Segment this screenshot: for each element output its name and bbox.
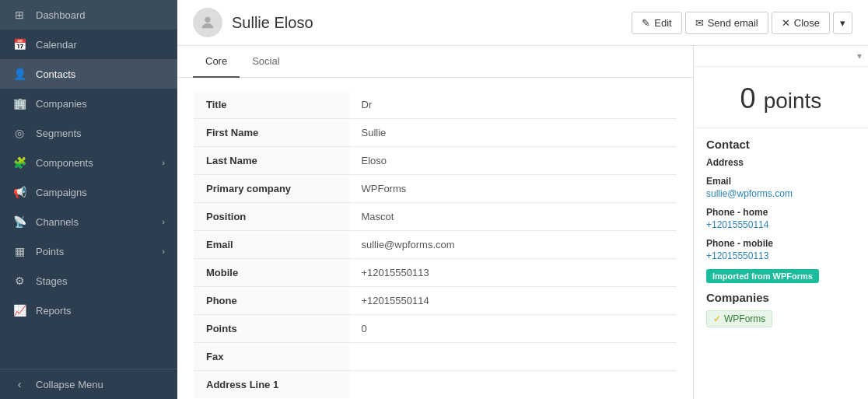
check-icon: ✓: [713, 313, 721, 324]
table-row: TitleDr: [194, 91, 677, 119]
components-icon: 🧩: [12, 156, 26, 169]
right-panel-header: ▾: [694, 46, 868, 67]
send-email-button[interactable]: ✉ Send email: [685, 12, 768, 34]
sidebar-item-points[interactable]: ▦ Points ›: [0, 236, 177, 266]
sidebar-item-label: Segments: [36, 128, 82, 139]
chevron-down-icon: ▾: [857, 51, 862, 61]
field-value: Dr: [349, 91, 677, 119]
table-row: First NameSullie: [194, 119, 677, 147]
sidebar-item-stages[interactable]: ⚙ Stages: [0, 266, 177, 296]
phone-home-field: Phone - home +12015550114: [706, 207, 856, 230]
sidebar-item-label: Contacts: [36, 68, 75, 80]
table-row: PositionMascot: [194, 203, 677, 231]
contacts-icon: 👤: [12, 68, 26, 80]
chevron-right-icon: ›: [162, 247, 165, 256]
field-label: Position: [194, 203, 349, 231]
contact-info-section: Contact Address Email sullie@wpforms.com…: [694, 128, 868, 337]
sidebar-item-label: Channels: [36, 216, 79, 228]
field-label: Email: [194, 231, 349, 259]
sidebar-item-channels[interactable]: 📡 Channels ›: [0, 207, 177, 236]
field-value: sullie@wpforms.com: [349, 231, 677, 259]
field-value: Eloso: [349, 147, 677, 175]
chevron-right-icon: ›: [162, 217, 165, 226]
sidebar-item-segments[interactable]: ◎ Segments: [0, 118, 177, 148]
content-body: Core Social TitleDrFirst NameSullieLast …: [177, 46, 868, 399]
points-section: 0 points: [694, 67, 868, 128]
table-row: Fax: [194, 343, 677, 371]
more-dropdown-button[interactable]: ▾: [833, 12, 852, 34]
table-row: Phone+12015550114: [194, 287, 677, 315]
table-row: Address Line 1: [194, 371, 677, 399]
table-row: Mobile+12015550113: [194, 259, 677, 287]
sidebar-item-label: Companies: [36, 98, 87, 110]
sidebar-item-label: Points: [36, 246, 64, 257]
tabs: Core Social: [177, 46, 693, 78]
chevron-down-icon: ▾: [840, 17, 845, 29]
field-label: Fax: [194, 343, 349, 371]
sidebar-item-label: Calendar: [36, 39, 77, 51]
contact-section-title: Contact: [706, 138, 856, 151]
phone-mobile-field: Phone - mobile +12015550113: [706, 238, 856, 261]
header-actions: ✎ Edit ✉ Send email ✕ Close ▾: [632, 12, 852, 34]
svg-point-0: [205, 17, 210, 23]
field-value: +12015550114: [349, 287, 677, 315]
sidebar-item-reports[interactable]: 📈 Reports: [0, 296, 177, 325]
dashboard-icon: ⊞: [12, 9, 26, 21]
field-label: Points: [194, 315, 349, 343]
sidebar-item-components[interactable]: 🧩 Components ›: [0, 148, 177, 177]
field-value: WPForms: [349, 175, 677, 203]
sidebar-item-label: Reports: [36, 305, 72, 317]
imported-tag-badge: Imported from WPForms: [706, 269, 819, 283]
reports-icon: 📈: [12, 304, 26, 317]
table-row: Primary companyWPForms: [194, 175, 677, 203]
calendar-icon: 📅: [12, 38, 26, 51]
sidebar-item-label: Dashboard: [36, 9, 86, 21]
right-panel: ▾ 0 points Contact Address Email sullie@…: [693, 46, 868, 399]
sidebar: ⊞ Dashboard 📅 Calendar 👤 Contacts 🏢 Comp…: [0, 0, 177, 399]
page-title: Sullie Eloso: [232, 14, 313, 32]
campaigns-icon: 📢: [12, 186, 26, 198]
field-label: Address Line 1: [194, 371, 349, 399]
close-icon: ✕: [782, 17, 790, 29]
field-value: [349, 343, 677, 371]
close-button[interactable]: ✕ Close: [772, 12, 830, 34]
chevron-right-icon: ›: [162, 158, 165, 167]
table-row: Emailsullie@wpforms.com: [194, 231, 677, 259]
field-value: 0: [349, 315, 677, 343]
edit-icon: ✎: [642, 17, 650, 29]
email-field: Email sullie@wpforms.com: [706, 176, 856, 199]
sidebar-item-calendar[interactable]: 📅 Calendar: [0, 30, 177, 59]
company-badge[interactable]: ✓ WPForms: [706, 310, 772, 327]
collapse-menu-label: Collapse Menu: [36, 379, 103, 390]
sidebar-item-label: Stages: [36, 275, 67, 287]
field-label: Mobile: [194, 259, 349, 287]
tab-social[interactable]: Social: [240, 46, 292, 78]
tab-core[interactable]: Core: [193, 46, 240, 78]
data-table: TitleDrFirst NameSullieLast NameElosoPri…: [177, 78, 693, 399]
sidebar-item-dashboard[interactable]: ⊞ Dashboard: [0, 0, 177, 30]
points-display: 0 points: [706, 82, 856, 115]
field-value: [349, 371, 677, 399]
field-label: Title: [194, 91, 349, 119]
sidebar-item-companies[interactable]: 🏢 Companies: [0, 89, 177, 118]
content-header: Sullie Eloso ✎ Edit ✉ Send email ✕ Close…: [177, 0, 868, 46]
field-label: Phone: [194, 287, 349, 315]
companies-section-title: Companies: [706, 291, 856, 304]
field-label: Primary company: [194, 175, 349, 203]
edit-button[interactable]: ✎ Edit: [632, 12, 681, 34]
stages-icon: ⚙: [12, 275, 26, 287]
main-area: Sullie Eloso ✎ Edit ✉ Send email ✕ Close…: [177, 0, 868, 399]
sidebar-item-label: Components: [36, 157, 93, 169]
points-icon: ▦: [12, 245, 26, 257]
company-name: WPForms: [724, 313, 765, 324]
field-label: First Name: [194, 119, 349, 147]
sidebar-item-contacts[interactable]: 👤 Contacts: [0, 59, 177, 89]
collapse-menu-button[interactable]: ‹ Collapse Menu: [0, 369, 177, 399]
sidebar-item-campaigns[interactable]: 📢 Campaigns: [0, 177, 177, 207]
sidebar-item-label: Campaigns: [36, 187, 87, 198]
chevron-left-icon: ‹: [12, 378, 26, 390]
companies-icon: 🏢: [12, 97, 26, 110]
table-row: Points0: [194, 315, 677, 343]
field-value: Sullie: [349, 119, 677, 147]
segments-icon: ◎: [12, 127, 26, 139]
